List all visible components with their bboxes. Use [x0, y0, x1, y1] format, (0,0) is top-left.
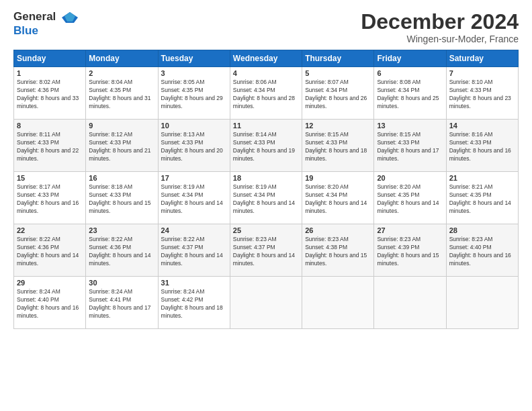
- month-title: December 2024: [361, 10, 519, 34]
- day-info: Sunrise: 8:10 AMSunset: 4:33 PMDaylight:…: [449, 79, 515, 111]
- calendar-cell: 10 Sunrise: 8:13 AMSunset: 4:33 PMDaylig…: [158, 120, 230, 172]
- day-info: Sunrise: 8:02 AMSunset: 4:36 PMDaylight:…: [17, 79, 83, 111]
- day-info: Sunrise: 8:22 AMSunset: 4:36 PMDaylight:…: [17, 236, 83, 268]
- calendar-cell: 30 Sunrise: 8:24 AMSunset: 4:41 PMDaylig…: [86, 277, 158, 329]
- day-info: Sunrise: 8:11 AMSunset: 4:33 PMDaylight:…: [17, 131, 83, 163]
- calendar-cell: 19 Sunrise: 8:20 AMSunset: 4:34 PMDaylig…: [302, 172, 374, 224]
- calendar-cell: 23 Sunrise: 8:22 AMSunset: 4:36 PMDaylig…: [86, 224, 158, 277]
- day-number: 15: [17, 174, 83, 182]
- day-info: Sunrise: 8:04 AMSunset: 4:35 PMDaylight:…: [89, 79, 154, 111]
- day-info: Sunrise: 8:08 AMSunset: 4:34 PMDaylight:…: [377, 79, 443, 111]
- logo-text: General Blue: [13, 10, 79, 38]
- day-info: Sunrise: 8:05 AMSunset: 4:35 PMDaylight:…: [161, 79, 227, 111]
- calendar-cell: 13 Sunrise: 8:15 AMSunset: 4:33 PMDaylig…: [374, 120, 446, 172]
- day-info: Sunrise: 8:23 AMSunset: 4:40 PMDaylight:…: [449, 236, 515, 268]
- day-number: 14: [449, 122, 515, 130]
- week-row-2: 8 Sunrise: 8:11 AMSunset: 4:33 PMDayligh…: [14, 120, 519, 172]
- calendar-cell: [374, 277, 446, 329]
- day-info: Sunrise: 8:14 AMSunset: 4:33 PMDaylight:…: [233, 131, 299, 163]
- calendar-cell: 27 Sunrise: 8:23 AMSunset: 4:39 PMDaylig…: [374, 224, 446, 277]
- day-number: 11: [233, 122, 299, 130]
- day-info: Sunrise: 8:23 AMSunset: 4:37 PMDaylight:…: [233, 236, 299, 268]
- calendar-cell: 18 Sunrise: 8:19 AMSunset: 4:34 PMDaylig…: [230, 172, 302, 224]
- day-header-monday: Monday: [86, 50, 158, 67]
- day-number: 18: [233, 174, 299, 182]
- day-info: Sunrise: 8:19 AMSunset: 4:34 PMDaylight:…: [161, 183, 227, 216]
- day-number: 24: [161, 226, 227, 234]
- day-number: 2: [89, 69, 154, 77]
- day-number: 10: [161, 122, 227, 130]
- calendar-cell: 28 Sunrise: 8:23 AMSunset: 4:40 PMDaylig…: [446, 224, 518, 277]
- day-number: 4: [233, 69, 299, 77]
- week-row-3: 15 Sunrise: 8:17 AMSunset: 4:33 PMDaylig…: [14, 172, 519, 224]
- calendar-page: General Blue December 2024 Wingen-sur-Mo…: [0, 0, 532, 411]
- day-info: Sunrise: 8:15 AMSunset: 4:33 PMDaylight:…: [377, 131, 443, 163]
- day-number: 19: [305, 174, 371, 182]
- day-number: 5: [305, 69, 371, 77]
- location: Wingen-sur-Moder, France: [361, 34, 519, 44]
- day-info: Sunrise: 8:23 AMSunset: 4:38 PMDaylight:…: [305, 236, 371, 268]
- day-number: 20: [377, 174, 443, 182]
- day-info: Sunrise: 8:20 AMSunset: 4:34 PMDaylight:…: [305, 183, 371, 216]
- day-info: Sunrise: 8:20 AMSunset: 4:35 PMDaylight:…: [377, 183, 443, 216]
- calendar-table: SundayMondayTuesdayWednesdayThursdayFrid…: [13, 50, 519, 329]
- calendar-cell: 2 Sunrise: 8:04 AMSunset: 4:35 PMDayligh…: [86, 67, 158, 120]
- day-number: 9: [89, 122, 154, 130]
- calendar-cell: 17 Sunrise: 8:19 AMSunset: 4:34 PMDaylig…: [158, 172, 230, 224]
- day-info: Sunrise: 8:18 AMSunset: 4:33 PMDaylight:…: [89, 183, 154, 216]
- day-info: Sunrise: 8:24 AMSunset: 4:41 PMDaylight:…: [89, 288, 154, 320]
- day-number: 16: [89, 174, 154, 182]
- day-number: 22: [17, 226, 83, 234]
- day-number: 27: [377, 226, 443, 234]
- calendar-header-row: SundayMondayTuesdayWednesdayThursdayFrid…: [14, 50, 519, 67]
- calendar-cell: 14 Sunrise: 8:16 AMSunset: 4:33 PMDaylig…: [446, 120, 518, 172]
- calendar-cell: 11 Sunrise: 8:14 AMSunset: 4:33 PMDaylig…: [230, 120, 302, 172]
- day-info: Sunrise: 8:17 AMSunset: 4:33 PMDaylight:…: [17, 183, 83, 216]
- day-number: 30: [89, 279, 154, 287]
- calendar-cell: 22 Sunrise: 8:22 AMSunset: 4:36 PMDaylig…: [14, 224, 86, 277]
- calendar-cell: 31 Sunrise: 8:24 AMSunset: 4:42 PMDaylig…: [158, 277, 230, 329]
- day-header-saturday: Saturday: [446, 50, 518, 67]
- day-number: 12: [305, 122, 371, 130]
- calendar-cell: 25 Sunrise: 8:23 AMSunset: 4:37 PMDaylig…: [230, 224, 302, 277]
- calendar-body: 1 Sunrise: 8:02 AMSunset: 4:36 PMDayligh…: [14, 67, 519, 329]
- day-info: Sunrise: 8:23 AMSunset: 4:39 PMDaylight:…: [377, 236, 443, 268]
- calendar-cell: 12 Sunrise: 8:15 AMSunset: 4:33 PMDaylig…: [302, 120, 374, 172]
- calendar-cell: 24 Sunrise: 8:22 AMSunset: 4:37 PMDaylig…: [158, 224, 230, 277]
- day-info: Sunrise: 8:07 AMSunset: 4:34 PMDaylight:…: [305, 79, 371, 111]
- logo: General Blue: [13, 10, 79, 38]
- day-info: Sunrise: 8:13 AMSunset: 4:33 PMDaylight:…: [161, 131, 227, 163]
- day-number: 28: [449, 226, 515, 234]
- title-block: December 2024 Wingen-sur-Moder, France: [361, 10, 519, 44]
- day-number: 13: [377, 122, 443, 130]
- week-row-1: 1 Sunrise: 8:02 AMSunset: 4:36 PMDayligh…: [14, 67, 519, 120]
- calendar-cell: 4 Sunrise: 8:06 AMSunset: 4:34 PMDayligh…: [230, 67, 302, 120]
- calendar-cell: 9 Sunrise: 8:12 AMSunset: 4:33 PMDayligh…: [86, 120, 158, 172]
- day-number: 26: [305, 226, 371, 234]
- day-info: Sunrise: 8:21 AMSunset: 4:35 PMDaylight:…: [449, 183, 515, 216]
- day-info: Sunrise: 8:12 AMSunset: 4:33 PMDaylight:…: [89, 131, 154, 163]
- day-info: Sunrise: 8:22 AMSunset: 4:37 PMDaylight:…: [161, 236, 227, 268]
- calendar-cell: 8 Sunrise: 8:11 AMSunset: 4:33 PMDayligh…: [14, 120, 86, 172]
- day-info: Sunrise: 8:19 AMSunset: 4:34 PMDaylight:…: [233, 183, 299, 216]
- week-row-4: 22 Sunrise: 8:22 AMSunset: 4:36 PMDaylig…: [14, 224, 519, 277]
- day-header-tuesday: Tuesday: [158, 50, 230, 67]
- day-header-friday: Friday: [374, 50, 446, 67]
- day-info: Sunrise: 8:15 AMSunset: 4:33 PMDaylight:…: [305, 131, 371, 163]
- day-header-wednesday: Wednesday: [230, 50, 302, 67]
- week-row-5: 29 Sunrise: 8:24 AMSunset: 4:40 PMDaylig…: [14, 277, 519, 329]
- day-info: Sunrise: 8:24 AMSunset: 4:40 PMDaylight:…: [17, 288, 83, 320]
- calendar-cell: [446, 277, 518, 329]
- day-number: 21: [449, 174, 515, 182]
- calendar-cell: 5 Sunrise: 8:07 AMSunset: 4:34 PMDayligh…: [302, 67, 374, 120]
- calendar-cell: 20 Sunrise: 8:20 AMSunset: 4:35 PMDaylig…: [374, 172, 446, 224]
- day-number: 8: [17, 122, 83, 130]
- day-number: 25: [233, 226, 299, 234]
- calendar-cell: 7 Sunrise: 8:10 AMSunset: 4:33 PMDayligh…: [446, 67, 518, 120]
- day-number: 6: [377, 69, 443, 77]
- day-number: 1: [17, 69, 83, 77]
- calendar-cell: 21 Sunrise: 8:21 AMSunset: 4:35 PMDaylig…: [446, 172, 518, 224]
- day-number: 23: [89, 226, 154, 234]
- day-header-thursday: Thursday: [302, 50, 374, 67]
- day-info: Sunrise: 8:24 AMSunset: 4:42 PMDaylight:…: [161, 288, 227, 320]
